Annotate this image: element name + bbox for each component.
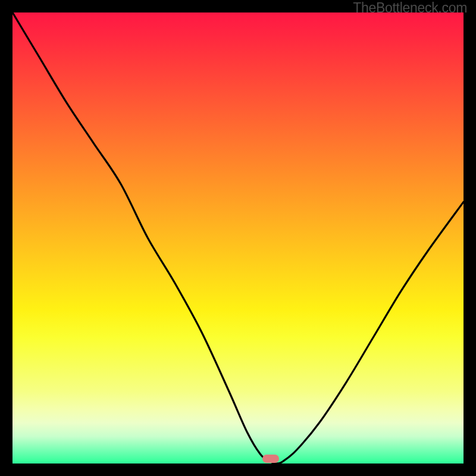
bottleneck-curve [12,12,464,464]
chart-frame: TheBottleneck.com [0,0,476,476]
optimal-point-marker [262,455,279,463]
plot-area [12,12,464,464]
